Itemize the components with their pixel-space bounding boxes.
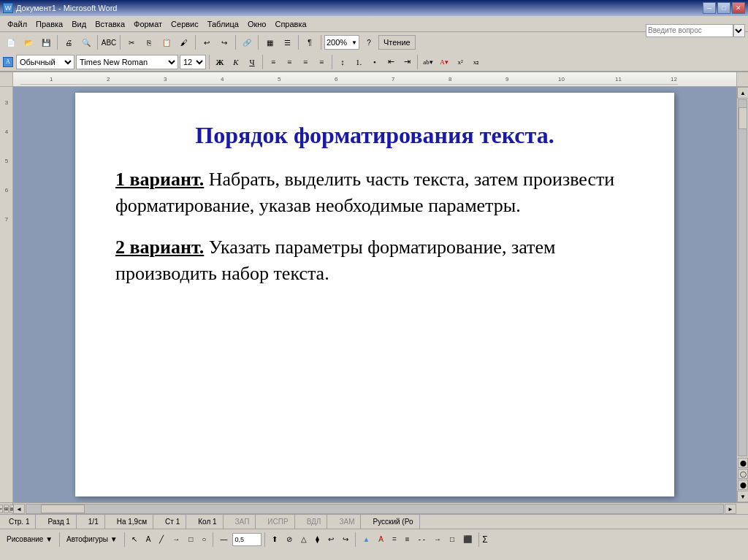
format-painter-button[interactable]: 🖌 bbox=[176, 34, 192, 50]
line-size-field[interactable]: 0,5 bbox=[232, 533, 262, 546]
decrease-indent-button[interactable]: ⇤ bbox=[383, 55, 398, 69]
close-button[interactable]: ✕ bbox=[732, 2, 745, 14]
help-question-button[interactable]: ? bbox=[361, 34, 377, 50]
oval-tool-button[interactable]: ○ bbox=[198, 532, 210, 548]
paste-button[interactable]: 📋 bbox=[159, 34, 175, 50]
draw-btn6[interactable]: ⊘ bbox=[283, 532, 296, 548]
minimize-button[interactable]: ─ bbox=[703, 2, 716, 14]
line-style-button[interactable]: ≡ bbox=[402, 532, 413, 548]
numbering-button[interactable]: 1. bbox=[351, 55, 366, 69]
hyperlink-button[interactable]: 🔗 bbox=[239, 34, 255, 50]
svg-text:7: 7 bbox=[4, 216, 8, 223]
autoshapes-button[interactable]: Автофигуры ▼ bbox=[63, 532, 121, 548]
font-color-button[interactable]: A▾ bbox=[437, 55, 451, 69]
print-button[interactable]: 🖨 bbox=[61, 34, 77, 50]
scroll-thumb[interactable] bbox=[739, 107, 747, 129]
menu-edit[interactable]: Правка bbox=[31, 18, 67, 30]
redo-button[interactable]: ↪ bbox=[216, 34, 232, 50]
normal-view-button[interactable]: ═ bbox=[0, 505, 3, 513]
line-color-button[interactable]: A bbox=[375, 532, 387, 548]
svg-text:8: 8 bbox=[449, 76, 452, 83]
menu-insert[interactable]: Вставка bbox=[91, 18, 129, 30]
menu-window[interactable]: Окно bbox=[243, 18, 271, 30]
table-button[interactable]: ▦ bbox=[262, 34, 278, 50]
highlight-button[interactable]: ab▾ bbox=[421, 55, 435, 69]
columns-button[interactable]: ☰ bbox=[279, 34, 295, 50]
select-objects-button[interactable]: ↖ bbox=[128, 532, 141, 548]
help-search[interactable] bbox=[646, 24, 733, 37]
draw-sep6 bbox=[478, 532, 479, 547]
select-object-button[interactable]: ◯ bbox=[738, 469, 748, 479]
draw-btn10[interactable]: ↪ bbox=[339, 532, 352, 548]
maximize-button[interactable]: □ bbox=[717, 2, 730, 14]
draw-btn9[interactable]: ↩ bbox=[324, 532, 337, 548]
next-page-button[interactable]: ⬤ bbox=[738, 480, 748, 490]
undo-button[interactable]: ↩ bbox=[199, 34, 215, 50]
align-justify-button[interactable]: ≡ bbox=[314, 55, 329, 69]
scroll-left-button[interactable]: ◄ bbox=[13, 504, 25, 514]
cut-button[interactable]: ✂ bbox=[123, 34, 140, 50]
italic-button[interactable]: К bbox=[229, 55, 243, 69]
print-preview-button[interactable]: 🔍 bbox=[78, 34, 94, 50]
prev-page-button[interactable]: ⬤ bbox=[738, 458, 748, 468]
menu-format[interactable]: Формат bbox=[129, 18, 167, 30]
font-size-select[interactable]: 12 bbox=[180, 55, 206, 69]
status-bar: Стр. 1 Разд 1 1/1 На 1,9см Ст 1 Кол 1 ЗА… bbox=[0, 514, 748, 529]
draw-btn8[interactable]: ⧫ bbox=[312, 532, 323, 548]
fmt-sep4 bbox=[417, 55, 418, 69]
3d-button[interactable]: ⬛ bbox=[459, 532, 476, 548]
bottom-scroll-track[interactable] bbox=[26, 504, 724, 514]
rect-tool-button[interactable]: □ bbox=[185, 532, 196, 548]
bullets-button[interactable]: • bbox=[367, 55, 382, 69]
reading-button[interactable]: Чтение bbox=[378, 35, 416, 50]
document-scroll-area[interactable]: Порядок форматирования текста. 1 вариант… bbox=[13, 87, 736, 502]
sep1 bbox=[57, 35, 58, 50]
increase-indent-button[interactable]: ⇥ bbox=[400, 55, 414, 69]
subscript-button[interactable]: x₂ bbox=[469, 55, 484, 69]
bottom-scroll-thumb[interactable] bbox=[41, 505, 85, 513]
menu-view[interactable]: Вид bbox=[67, 18, 91, 30]
show-hide-button[interactable]: ¶ bbox=[302, 34, 318, 50]
line-tool-button[interactable]: ╱ bbox=[156, 532, 167, 548]
font-select[interactable]: Times New Roman bbox=[76, 55, 178, 69]
menu-table[interactable]: Таблица bbox=[203, 18, 243, 30]
superscript-button[interactable]: x² bbox=[453, 55, 468, 69]
bold-button[interactable]: Ж bbox=[213, 55, 227, 69]
font-color-draw-button[interactable]: = bbox=[389, 532, 400, 548]
scroll-up-button[interactable]: ▲ bbox=[737, 87, 748, 99]
arrow-tool-button[interactable]: → bbox=[169, 532, 183, 548]
spell-button[interactable]: ABC bbox=[101, 34, 117, 50]
align-left-button[interactable]: ≡ bbox=[266, 55, 280, 69]
zoom-dropdown-icon[interactable]: ▼ bbox=[351, 39, 357, 46]
line-spacing-button[interactable]: ↕ bbox=[335, 55, 350, 69]
menu-help[interactable]: Справка bbox=[270, 18, 310, 30]
scroll-track[interactable] bbox=[738, 99, 747, 456]
save-button[interactable]: 💾 bbox=[38, 34, 54, 50]
draw-btn5[interactable]: ⬆ bbox=[268, 532, 281, 548]
new-button[interactable]: 📄 bbox=[3, 34, 19, 50]
align-right-button[interactable]: ≡ bbox=[298, 55, 313, 69]
help-dropdown[interactable]: ▼ bbox=[733, 24, 745, 37]
draw-button[interactable]: Рисование ▼ bbox=[3, 532, 56, 548]
scroll-down-button[interactable]: ▼ bbox=[737, 491, 748, 502]
scroll-right-button[interactable]: ► bbox=[725, 504, 736, 514]
draw-btn7[interactable]: △ bbox=[297, 532, 310, 548]
align-center-button[interactable]: ≡ bbox=[282, 55, 297, 69]
underline-button[interactable]: Ч bbox=[245, 55, 259, 69]
style-select[interactable]: Обычный bbox=[16, 55, 75, 69]
standard-toolbar: 📄 📂 💾 🖨 🔍 ABC ✂ ⎘ 📋 🖌 ↩ ↪ 🔗 ▦ ☰ ¶ 200% ▼… bbox=[0, 32, 748, 72]
arrow-style-button[interactable]: → bbox=[430, 532, 445, 548]
fill-color-button[interactable]: ▲ bbox=[359, 532, 373, 548]
web-view-button[interactable]: ⊞ bbox=[4, 505, 9, 513]
menu-file[interactable]: Файл bbox=[3, 18, 31, 30]
open-button[interactable]: 📂 bbox=[20, 34, 37, 50]
ruler-area: 1 2 3 4 5 6 7 8 9 10 11 12 bbox=[0, 72, 748, 87]
text-box-button[interactable]: A bbox=[142, 532, 155, 548]
sep4 bbox=[195, 35, 196, 50]
menu-tools[interactable]: Сервис bbox=[167, 18, 203, 30]
svg-text:6: 6 bbox=[4, 187, 8, 193]
style-icon: A bbox=[3, 57, 13, 67]
dash-style-button[interactable]: - - bbox=[415, 532, 429, 548]
copy-button[interactable]: ⎘ bbox=[141, 34, 157, 50]
shadow-button[interactable]: □ bbox=[446, 532, 458, 548]
